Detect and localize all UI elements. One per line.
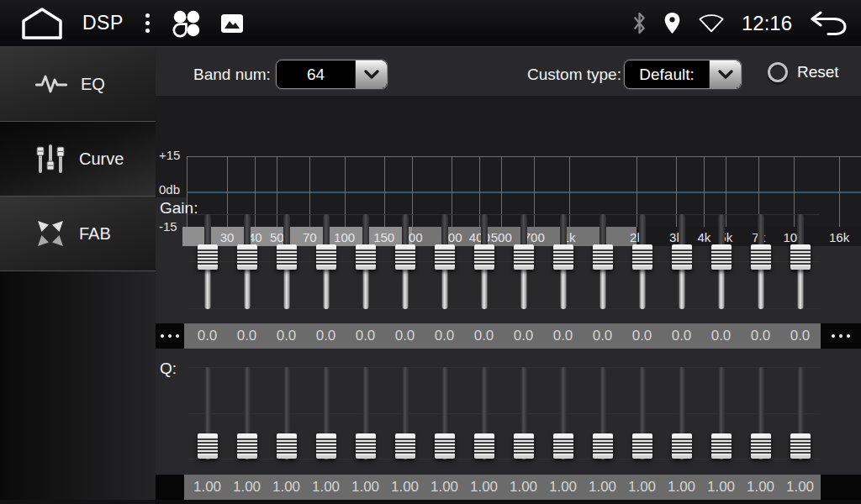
reset-button[interactable]: Reset: [768, 62, 839, 82]
q-slider[interactable]: [385, 367, 425, 459]
gain-value: 0.0: [583, 323, 622, 349]
gain-slider[interactable]: [583, 214, 622, 309]
sidebar-item-fab[interactable]: FAB: [0, 197, 156, 271]
gain-slider-knob[interactable]: [672, 244, 692, 270]
gain-slider-knob[interactable]: [751, 244, 771, 270]
chevron-down-icon: [355, 60, 387, 88]
gain-slider-knob[interactable]: [790, 244, 811, 270]
gain-slider-knob[interactable]: [593, 244, 613, 270]
custom-type-dropdown[interactable]: Default:: [624, 60, 742, 89]
sidebar-item-eq[interactable]: EQ: [0, 47, 156, 122]
q-slider[interactable]: [267, 367, 306, 459]
back-icon[interactable]: [809, 11, 848, 36]
gain-slider[interactable]: [425, 214, 464, 309]
status-bar: DSP 12:16: [0, 0, 861, 47]
band-num-label: Band num:: [193, 66, 271, 84]
gallery-icon[interactable]: [220, 13, 244, 34]
q-slider[interactable]: [543, 367, 583, 459]
gain-slider[interactable]: [741, 214, 780, 309]
gain-slider-knob[interactable]: [474, 244, 494, 270]
q-slider[interactable]: [504, 367, 543, 459]
sidebar-item-curve[interactable]: Curve: [0, 122, 156, 197]
sidebar-item-label: FAB: [79, 224, 111, 244]
gain-slider[interactable]: [464, 214, 504, 309]
gain-slider-knob[interactable]: [395, 244, 415, 270]
gain-more-right-button[interactable]: [821, 323, 861, 349]
gain-slider[interactable]: [346, 214, 385, 309]
gain-slider-knob[interactable]: [277, 244, 297, 270]
gain-slider-knob[interactable]: [553, 244, 573, 270]
q-value: 1.00: [741, 475, 780, 500]
q-slider-knob[interactable]: [474, 433, 494, 459]
q-slider[interactable]: [346, 367, 385, 459]
q-slider[interactable]: [583, 367, 622, 459]
gain-sliders-row: [188, 214, 820, 309]
gain-slider-knob[interactable]: [198, 244, 218, 270]
q-slider-knob[interactable]: [395, 433, 415, 459]
q-value: 1.00: [425, 475, 464, 500]
gain-slider[interactable]: [543, 214, 583, 309]
gain-slider[interactable]: [662, 214, 701, 309]
q-slider-knob[interactable]: [751, 433, 771, 459]
q-slider[interactable]: [464, 367, 504, 459]
custom-type-value: Default:: [625, 60, 709, 88]
gain-more-left-button[interactable]: [156, 323, 184, 349]
gain-value: 0.0: [227, 323, 267, 349]
q-value: 1.00: [306, 475, 346, 500]
q-slider[interactable]: [306, 367, 346, 459]
q-slider-knob[interactable]: [790, 433, 811, 459]
q-slider[interactable]: [701, 367, 741, 459]
q-slider-knob[interactable]: [672, 433, 692, 459]
q-slider[interactable]: [227, 367, 267, 459]
gain-slider[interactable]: [188, 214, 227, 309]
q-slider-knob[interactable]: [435, 433, 455, 459]
gain-slider-knob[interactable]: [237, 244, 257, 270]
zero-db-line: [188, 192, 861, 193]
band-num-value: 64: [277, 60, 355, 88]
q-slider-knob[interactable]: [237, 433, 257, 459]
q-slider[interactable]: [425, 367, 464, 459]
sidebar-item-label: EQ: [81, 75, 105, 94]
apps-icon[interactable]: [172, 8, 202, 39]
band-num-dropdown[interactable]: 64: [276, 60, 388, 89]
status-bar-right: 12:16: [632, 11, 848, 36]
q-slider[interactable]: [662, 367, 701, 459]
dsp-curve-panel: Band num: 64 Custom type: Default: Reset…: [156, 47, 861, 504]
gain-slider[interactable]: [227, 214, 267, 309]
q-slider[interactable]: [780, 367, 820, 459]
reset-radio-icon[interactable]: [768, 62, 788, 82]
gain-slider-knob[interactable]: [435, 244, 455, 270]
q-slider-knob[interactable]: [356, 433, 376, 459]
wifi-icon: [698, 13, 725, 34]
q-slider[interactable]: [188, 367, 227, 459]
y-tick-0db: 0db: [159, 182, 186, 197]
gain-slider[interactable]: [701, 214, 741, 309]
q-slider-knob[interactable]: [711, 433, 732, 459]
q-slider-knob[interactable]: [316, 433, 336, 459]
gain-slider[interactable]: [504, 214, 543, 309]
q-slider[interactable]: [741, 367, 780, 459]
gain-slider-knob[interactable]: [711, 244, 732, 270]
q-slider-knob[interactable]: [277, 433, 297, 459]
home-icon[interactable]: [20, 7, 64, 40]
q-slider-knob[interactable]: [553, 433, 573, 459]
gain-slider-knob[interactable]: [632, 244, 652, 270]
gain-slider[interactable]: [267, 214, 306, 309]
sidebar-item-label: Curve: [79, 150, 124, 169]
gain-value: 0.0: [385, 323, 425, 349]
q-slider-knob[interactable]: [514, 433, 534, 459]
gain-value: 0.0: [425, 323, 464, 349]
q-slider-knob[interactable]: [632, 433, 652, 459]
gain-slider-knob[interactable]: [356, 244, 376, 270]
gain-slider-knob[interactable]: [514, 244, 534, 270]
gain-slider[interactable]: [385, 214, 425, 309]
q-slider-knob[interactable]: [198, 433, 218, 459]
q-value: 1.00: [622, 475, 662, 500]
gain-slider[interactable]: [622, 214, 662, 309]
gain-slider[interactable]: [306, 214, 346, 309]
gain-slider[interactable]: [780, 214, 820, 309]
more-vert-icon[interactable]: [142, 13, 153, 33]
q-slider[interactable]: [622, 367, 662, 459]
q-slider-knob[interactable]: [593, 433, 613, 459]
gain-slider-knob[interactable]: [316, 244, 336, 270]
